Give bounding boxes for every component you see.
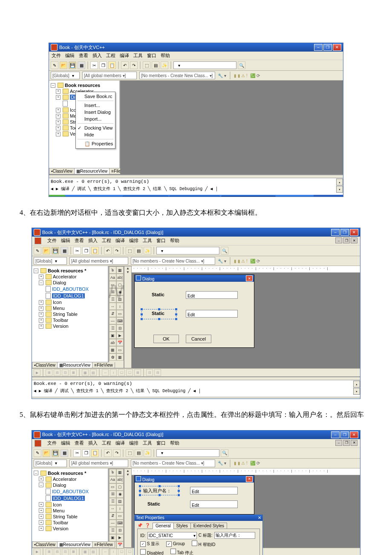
tool-edit[interactable]: ab| [116,274,124,281]
dialog-editor[interactable]: · · · · | · · · · | · · · · | · · · · | … [132,266,360,368]
mdi-minimize[interactable]: – [335,237,342,243]
tree-aboutbox[interactable]: IDD_ABOUTBOX [33,286,107,292]
menu-file[interactable]: 文件 [52,52,61,59]
menu-project[interactable]: 工程 [102,237,111,244]
menu-insert[interactable]: 插入 [88,237,98,244]
menu-view[interactable]: 查看 [75,237,84,244]
output-button[interactable]: ▤ [152,61,159,69]
tool-radio[interactable]: ◉ [116,288,124,295]
output-tabs[interactable]: ◀ ▶ 编译 ╱ 调试 ╲ 查找文件 1 ╲ 查找文件 2 ╲ 结果 ╲ SQL… [51,186,341,192]
menu-edit[interactable]: 编辑 [65,52,75,59]
tool-tree[interactable]: ⊟ [116,324,124,332]
tool-button[interactable]: ▢ [116,281,124,288]
quicklaunch-icon[interactable] [95,197,101,197]
tool-static[interactable]: Aa [109,274,116,281]
output-scroll-up[interactable]: ▴ [336,179,343,185]
check-disabled[interactable] [140,549,146,555]
tool-tab[interactable]: ▣ [109,332,116,339]
tool-slider[interactable]: — [109,317,116,324]
caption-input[interactable] [214,532,255,539]
undo-button[interactable]: ↶ [121,61,129,69]
scope-combo[interactable]: [Globals]▾ [51,72,80,79]
mdi-restore[interactable]: ❐ [343,237,350,243]
ok-button[interactable]: OK [153,335,179,343]
dialog-window[interactable]: Dialog ✕ 输入用户名： Edit Static Edit [134,475,254,515]
tool-vscroll[interactable]: ↕ [116,303,124,310]
tool-check[interactable]: ☒ [109,288,116,295]
tree-toolbar[interactable]: +Toolbar [33,317,107,323]
edit-box-2[interactable]: Edit [190,500,238,508]
tool-ip[interactable]: ▭ [116,346,124,353]
close-button[interactable]: ✕ [350,229,358,236]
ctx-properties[interactable]: 📋 Properties [76,140,115,147]
task-item-active[interactable]: Book - 创天中文VC+... [221,196,276,197]
copy-button[interactable]: ❐ [82,247,90,254]
dt-align[interactable]: ⊞ [46,369,52,376]
tree-dialog1[interactable]: IDD_DIALOG1 [33,292,107,299]
save-button[interactable]: 💾 [69,61,76,69]
tree-root[interactable]: –Book resources [50,82,118,88]
find-combo[interactable]: ▾ [156,247,219,254]
output-scroll-up[interactable]: ▴ [353,381,360,387]
tool-group[interactable]: ▭ [109,281,116,288]
copy-button[interactable]: ❐ [99,61,107,69]
ctx-docking[interactable]: ✓Docking View [76,124,115,131]
dialog-close-icon[interactable]: ✕ [246,275,253,281]
find-button[interactable]: 🔍 [238,61,245,69]
menu-build[interactable]: 编译 [120,52,129,59]
check-help[interactable] [192,541,197,546]
restore-button[interactable]: ❐ [340,229,349,236]
cut-button[interactable]: ✂ [90,61,98,69]
wizard-button[interactable]: ✨ [144,247,151,254]
undo-button[interactable]: ↶ [104,247,112,254]
start-button[interactable]: 开始 [49,195,66,197]
quicklaunch-icon[interactable] [102,197,108,197]
menu-file[interactable]: 文件 [47,237,57,244]
tree-string[interactable]: +String Table [33,311,107,317]
ctx-save[interactable]: Save Book.rc [76,93,115,100]
cancel-button[interactable]: Cancel [186,335,211,343]
edit-box-2[interactable]: Edit [186,310,238,318]
tree-version[interactable]: +Version [33,323,107,329]
menu-help[interactable]: 帮助 [161,52,170,59]
tree-dialog[interactable]: –Dialog [33,280,107,286]
open-button[interactable]: 📂 [43,247,50,254]
tool-listctrl[interactable]: ☰ [109,324,116,332]
tool-progress[interactable]: ▭ [116,310,124,317]
tool-picture[interactable]: ▦ [116,266,124,274]
task-item[interactable]: 编写一个笔录的笔... [170,196,219,197]
tool-animate[interactable]: ▶ [116,332,124,339]
static-text-2[interactable]: Static [147,501,160,506]
menu-window[interactable]: 窗口 [156,237,166,244]
tool-spin[interactable]: ⇵ [109,310,116,317]
static-username[interactable]: 输入用户名： [143,488,171,494]
workspace-button[interactable]: ⬚ [143,61,150,69]
open-button[interactable]: 📂 [60,61,67,69]
pushpin-icon[interactable]: 📌 [137,523,142,528]
tool-month[interactable]: ▦ [109,346,116,353]
tool-list[interactable]: ▤ [116,295,124,303]
output-scroll-down[interactable]: ▾ [353,388,360,395]
static-text-2[interactable]: Static [152,311,164,316]
tool-combo[interactable]: ☰ [109,295,116,303]
newclass-combo[interactable]: [No members - Create New Class... ▾] [139,72,215,79]
tool-hotkey[interactable]: ⌨ [116,317,124,324]
close-button[interactable]: ✕ [333,44,341,51]
tab-general[interactable]: General [153,523,174,529]
dialog-editor[interactable]: · · · · | · · · · | · · · · | · · · · | … [132,468,360,548]
text-properties-window[interactable]: Text Properties ✕ 📌 ❓ General Styles Ext… [134,515,263,555]
find-combo[interactable]: ▾ [173,61,236,69]
close-button[interactable]: ✕ [350,431,358,438]
minimize-button[interactable]: – [314,44,323,51]
tab-resourceview[interactable]: ▦ResourceView [57,362,92,368]
tool-hscroll[interactable]: ↔ [109,303,116,310]
static-text-1[interactable]: Static [152,292,164,297]
save-button[interactable]: 💾 [52,247,59,254]
quicklaunch-icon[interactable] [75,197,81,197]
tool-pointer[interactable]: 🖱 [109,266,116,274]
quicklaunch-icon[interactable] [109,197,115,197]
task-item[interactable]: 我收集去的网站... [123,196,168,197]
tool-date[interactable]: 📅 [116,339,124,346]
quicklaunch-icon[interactable] [81,197,87,197]
tab-resourceview[interactable]: ▦ResourceView [74,168,110,174]
